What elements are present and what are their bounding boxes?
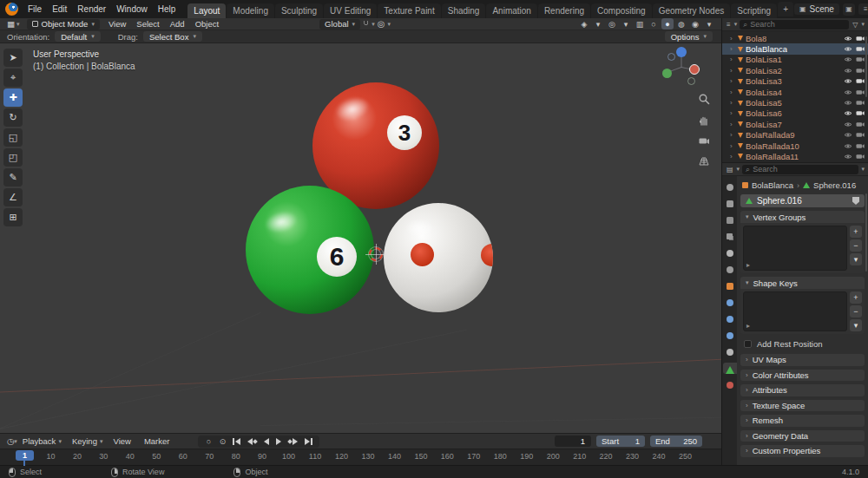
vertex-group-specials-button[interactable]: ▾: [850, 253, 862, 265]
properties-panel[interactable]: › Color Attributes: [740, 370, 865, 382]
shading-material-icon[interactable]: ◍: [675, 18, 687, 29]
shading-dropdown-icon[interactable]: ▾: [703, 18, 715, 29]
shape-keys-panel-header[interactable]: ▾ Shape Keys: [740, 277, 865, 289]
white-ball-object[interactable]: [384, 203, 493, 312]
filter-icon[interactable]: ▽: [852, 21, 858, 29]
expand-icon[interactable]: ›: [730, 45, 735, 53]
vertex-groups-list[interactable]: ▸: [743, 226, 847, 271]
menu-Render[interactable]: Render: [72, 3, 111, 16]
properties-tab-material[interactable]: [723, 379, 737, 390]
shading-wireframe-icon[interactable]: ○: [648, 18, 660, 29]
outliner-scrollbar[interactable]: [865, 36, 867, 97]
expand-icon[interactable]: ›: [730, 131, 735, 139]
outliner-item-BolaLisa4[interactable]: › BolaLisa4: [722, 87, 868, 97]
list-filter-icon[interactable]: ▸: [746, 322, 750, 330]
frame-start-field[interactable]: Start1: [596, 435, 645, 447]
properties-panel[interactable]: › Remesh: [740, 415, 865, 427]
show-overlays-icon[interactable]: ◎: [606, 18, 618, 29]
workspace-tab-UV Editing[interactable]: UV Editing: [324, 3, 377, 18]
disable-render-camera-icon[interactable]: [856, 76, 865, 86]
scene-selector[interactable]: ▣ Scene: [794, 3, 839, 15]
jump-to-end-button[interactable]: [302, 436, 315, 447]
z-axis-negative-handle[interactable]: [667, 53, 675, 61]
workspace-tab-Texture Paint[interactable]: Texture Paint: [378, 3, 440, 18]
y-axis-handle[interactable]: [662, 69, 672, 78]
properties-tab-particles[interactable]: [723, 313, 737, 324]
properties-panel[interactable]: › UV Maps: [740, 354, 865, 366]
proportional-dropdown-icon[interactable]: ▾: [388, 21, 391, 28]
playhead[interactable]: 1: [16, 450, 34, 461]
expand-icon[interactable]: ›: [730, 35, 735, 43]
outliner-search[interactable]: ⌕: [740, 20, 849, 29]
viewport-menu-View[interactable]: View: [103, 18, 131, 29]
play-button[interactable]: [273, 436, 284, 447]
expand-icon[interactable]: ›: [730, 109, 735, 117]
workspace-tab-Scripting[interactable]: Scripting: [731, 3, 777, 18]
outliner-item-BolaRallada10[interactable]: › BolaRallada10: [722, 141, 868, 151]
disable-render-camera-icon[interactable]: [856, 141, 865, 151]
properties-panel[interactable]: › Geometry Data: [740, 430, 865, 442]
transform-orientation-selector[interactable]: Global ▾: [319, 19, 360, 29]
menu-Help[interactable]: Help: [153, 3, 181, 16]
workspace-tab-Shading[interactable]: Shading: [442, 3, 486, 18]
jump-to-start-button[interactable]: [230, 436, 243, 447]
disable-render-camera-icon[interactable]: [856, 98, 865, 108]
menu-Edit[interactable]: Edit: [47, 3, 72, 16]
expand-icon[interactable]: ›: [730, 121, 735, 128]
shape-keys-list[interactable]: ▸: [743, 291, 847, 331]
hide-eye-icon[interactable]: [844, 76, 852, 86]
measure-tool[interactable]: ∠: [3, 188, 23, 206]
mode-selector[interactable]: Object Mode ▾: [27, 19, 100, 29]
show-gizmo-icon[interactable]: ◈: [578, 18, 590, 29]
add-cube-tool[interactable]: ⊞: [3, 208, 23, 226]
hide-eye-icon[interactable]: [844, 55, 852, 64]
outliner-item-BolaRallada11[interactable]: › BolaRallada11: [722, 151, 868, 161]
x-axis-negative-handle[interactable]: [687, 77, 695, 85]
properties-tab-physics[interactable]: [723, 330, 737, 341]
current-frame-field[interactable]: 1: [555, 435, 591, 447]
overlays-dropdown-icon[interactable]: ▾: [620, 18, 632, 29]
properties-search[interactable]: ⌕: [742, 165, 858, 174]
hide-eye-icon[interactable]: [844, 44, 852, 54]
properties-tab-object[interactable]: [723, 280, 737, 291]
timeline-editor-icon[interactable]: ◷: [7, 436, 14, 446]
vertex-groups-panel-header[interactable]: ▾ Vertex Groups: [740, 211, 865, 223]
menu-File[interactable]: File: [23, 3, 47, 16]
expand-icon[interactable]: ›: [730, 153, 735, 160]
workspace-tab-Rendering[interactable]: Rendering: [538, 3, 590, 18]
timeline-menu-Marker[interactable]: Marker: [139, 435, 178, 447]
rotate-tool[interactable]: ↻: [3, 108, 23, 127]
blender-logo-icon[interactable]: [5, 3, 18, 16]
hide-eye-icon[interactable]: [844, 98, 852, 108]
outliner-item-BolaLisa2[interactable]: › BolaLisa2: [722, 65, 868, 75]
annotate-tool[interactable]: ✎: [3, 168, 23, 187]
workspace-tab-Compositing[interactable]: Compositing: [591, 3, 652, 18]
mesh-name-field[interactable]: Sphere.016: [740, 194, 865, 207]
menu-Window[interactable]: Window: [111, 3, 153, 16]
add-workspace-button[interactable]: +: [778, 2, 793, 16]
shading-rendered-icon[interactable]: ◉: [689, 18, 701, 29]
workspace-tab-Animation[interactable]: Animation: [486, 3, 536, 18]
new-scene-button[interactable]: ▣: [843, 3, 855, 16]
properties-tab-view-layer[interactable]: [723, 231, 737, 242]
gizmo-dropdown-icon[interactable]: ▾: [592, 18, 604, 29]
disable-render-camera-icon[interactable]: [856, 108, 865, 118]
expand-icon[interactable]: ›: [730, 77, 735, 85]
breadcrumb-data[interactable]: Sphere.016: [813, 180, 856, 190]
outliner-item-BolaLisa6[interactable]: › BolaLisa6: [722, 108, 868, 119]
disable-render-camera-icon[interactable]: [856, 152, 865, 161]
hide-eye-icon[interactable]: [844, 141, 852, 151]
fake-user-icon[interactable]: [852, 197, 859, 205]
shading-solid-icon[interactable]: ●: [661, 18, 674, 29]
add-rest-position-checkbox[interactable]: [744, 340, 752, 348]
select-box-tool[interactable]: ➤: [3, 49, 23, 67]
shape-key-specials-button[interactable]: ▾: [850, 319, 862, 331]
properties-tab-output[interactable]: [723, 214, 737, 226]
timeline-ruler[interactable]: 1 11020304050607080901001101201301401501…: [0, 449, 721, 465]
outliner-item-BolaLisa3[interactable]: › BolaLisa3: [722, 76, 868, 87]
prev-keyframe-button[interactable]: [245, 436, 260, 447]
z-axis-handle[interactable]: [676, 47, 687, 57]
disable-render-camera-icon[interactable]: [856, 120, 865, 129]
transform-tool[interactable]: ◰: [3, 148, 23, 167]
viewport-menu-Object[interactable]: Object: [190, 18, 224, 29]
